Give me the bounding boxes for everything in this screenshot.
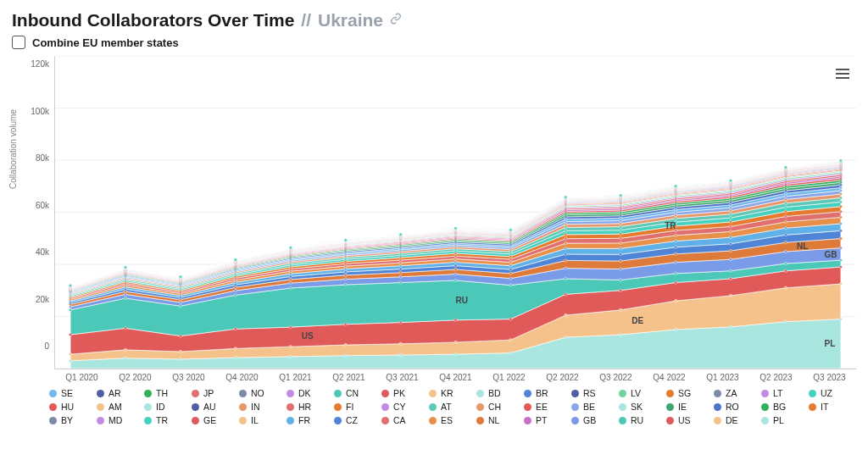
- svg-point-41: [289, 325, 292, 328]
- legend-item-PK[interactable]: PK: [381, 388, 420, 398]
- legend-item-BY[interactable]: BY: [49, 415, 88, 425]
- legend-item-BD[interactable]: BD: [476, 388, 515, 398]
- svg-point-57: [344, 283, 347, 286]
- legend-item-BE[interactable]: BE: [571, 402, 610, 412]
- svg-point-138: [675, 234, 677, 236]
- svg-point-230: [784, 195, 787, 197]
- svg-point-140: [784, 220, 787, 223]
- svg-text:DE: DE: [632, 316, 643, 325]
- svg-point-105: [509, 268, 512, 270]
- legend-item-RO[interactable]: RO: [714, 402, 753, 412]
- legend-item-GB[interactable]: GB: [571, 415, 610, 425]
- legend-item-NL[interactable]: NL: [476, 415, 515, 425]
- legend-item-SK[interactable]: SK: [619, 402, 658, 412]
- svg-point-154: [729, 225, 732, 228]
- svg-point-745: [234, 258, 236, 261]
- svg-point-68: [124, 293, 126, 296]
- legend-item-US[interactable]: US: [666, 415, 705, 425]
- svg-point-747: [344, 239, 347, 241]
- svg-point-111: [839, 230, 842, 232]
- legend-item-DE[interactable]: DE: [714, 415, 753, 425]
- legend-item-FR[interactable]: FR: [287, 415, 326, 425]
- svg-point-109: [729, 242, 732, 245]
- legend-item-TH[interactable]: TH: [144, 388, 183, 398]
- svg-point-87: [344, 274, 347, 276]
- legend-item-LV[interactable]: LV: [619, 388, 658, 398]
- legend-item-CN[interactable]: CN: [334, 388, 373, 398]
- legend-item-ZA[interactable]: ZA: [714, 388, 753, 398]
- legend-item-CA[interactable]: CA: [381, 415, 420, 425]
- legend-item-SE[interactable]: SE: [49, 388, 88, 398]
- svg-point-110: [784, 234, 787, 236]
- legend-item-AT[interactable]: AT: [429, 402, 468, 412]
- svg-point-196: [565, 226, 567, 229]
- svg-point-212: [620, 222, 622, 225]
- legend-item-PT[interactable]: PT: [524, 415, 563, 425]
- svg-point-216: [839, 192, 842, 195]
- legend-item-PL[interactable]: PL: [761, 415, 800, 425]
- svg-point-43: [399, 321, 402, 324]
- permalink-icon[interactable]: [390, 13, 402, 28]
- legend-item-HU[interactable]: HU: [49, 402, 88, 412]
- svg-point-80: [784, 250, 787, 252]
- plot-area[interactable]: PLDEUSRUGBNLTR Q1 2020Q2 2020Q3 2020Q4 2…: [54, 56, 856, 369]
- svg-point-92: [620, 259, 622, 262]
- svg-point-215: [784, 198, 787, 201]
- svg-point-95: [784, 241, 787, 243]
- legend-item-IN[interactable]: IN: [239, 402, 278, 412]
- combine-eu-checkbox[interactable]: [12, 36, 25, 49]
- svg-point-9: [179, 358, 181, 360]
- legend-item-BG[interactable]: BG: [761, 402, 800, 412]
- legend-item-IL[interactable]: IL: [239, 415, 278, 425]
- svg-point-133: [399, 261, 402, 264]
- svg-point-104: [454, 264, 457, 267]
- svg-point-117: [344, 268, 347, 270]
- svg-point-79: [729, 258, 732, 260]
- legend-item-AM[interactable]: AM: [97, 402, 136, 412]
- legend-item-CH[interactable]: CH: [476, 402, 515, 412]
- legend-item-DK[interactable]: DK: [287, 388, 326, 398]
- legend-item-CY[interactable]: CY: [381, 402, 420, 412]
- legend-item-NO[interactable]: NO: [239, 388, 278, 398]
- legend-item-LT[interactable]: LT: [761, 388, 800, 398]
- legend-item-KR[interactable]: KR: [429, 388, 468, 398]
- svg-point-20: [784, 320, 787, 323]
- svg-point-42: [344, 323, 347, 325]
- svg-point-151: [565, 237, 567, 240]
- legend-item-ES[interactable]: ES: [429, 415, 468, 425]
- legend-item-EE[interactable]: EE: [524, 402, 563, 412]
- svg-point-27: [344, 343, 347, 346]
- svg-point-751: [565, 196, 567, 198]
- legend-item-CZ[interactable]: CZ: [334, 415, 373, 425]
- svg-point-34: [729, 294, 732, 297]
- svg-point-11: [289, 355, 292, 358]
- legend-item-JP[interactable]: JP: [192, 388, 231, 398]
- legend-item-UZ[interactable]: UZ: [809, 388, 848, 398]
- svg-point-24: [179, 350, 181, 352]
- legend-item-HR[interactable]: HR: [287, 402, 326, 412]
- legend-item-MD[interactable]: MD: [97, 415, 136, 425]
- svg-point-753: [675, 185, 677, 187]
- legend-item-ID[interactable]: ID: [144, 402, 183, 412]
- svg-point-66: [839, 258, 842, 261]
- legend-item-IT[interactable]: IT: [809, 402, 848, 412]
- legend-item-GE[interactable]: GE: [192, 415, 231, 425]
- svg-point-211: [565, 223, 567, 225]
- legend-item-FI[interactable]: FI: [334, 402, 373, 412]
- svg-point-62: [620, 279, 622, 281]
- legend-item-AR[interactable]: AR: [97, 388, 136, 398]
- legend-item-TR[interactable]: TR: [144, 415, 183, 425]
- svg-point-70: [234, 289, 236, 291]
- legend-item-RS[interactable]: RS: [571, 388, 610, 398]
- svg-point-134: [454, 258, 457, 260]
- svg-point-35: [784, 286, 787, 289]
- svg-point-136: [565, 241, 567, 244]
- legend-item-IE[interactable]: IE: [666, 402, 705, 412]
- svg-point-213: [675, 214, 677, 216]
- legend-item-RU[interactable]: RU: [619, 415, 658, 425]
- legend-item-SG[interactable]: SG: [666, 388, 705, 398]
- legend-item-AU[interactable]: AU: [192, 402, 231, 412]
- svg-point-55: [234, 294, 236, 297]
- combine-eu-control[interactable]: Combine EU member states: [12, 36, 856, 49]
- legend-item-BR[interactable]: BR: [524, 388, 563, 398]
